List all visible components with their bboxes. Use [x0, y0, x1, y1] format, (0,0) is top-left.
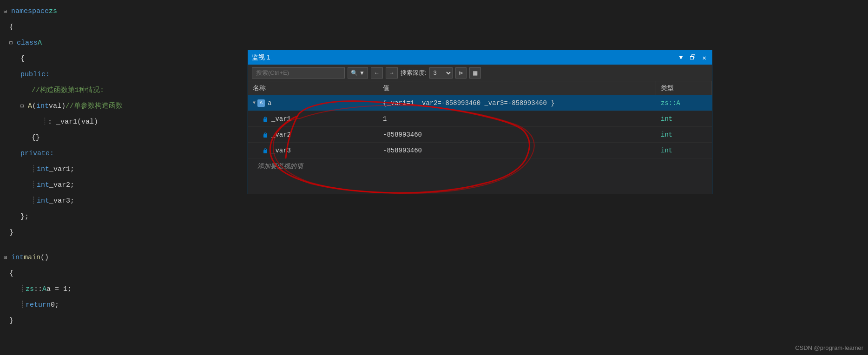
code-line-14: }; [0, 209, 246, 225]
cell-type-var3: int [656, 143, 712, 158]
close-button[interactable]: ✕ [701, 54, 708, 62]
code-line-2: { [0, 20, 246, 35]
table-header: 名称 值 类型 [248, 81, 712, 95]
code-line-5: public: [0, 67, 246, 83]
cell-name-var1: _var1 [248, 111, 378, 126]
code-line-17: ⊟ int main () [0, 250, 246, 266]
svg-rect-1 [264, 117, 267, 119]
depth-label: 搜索深度: [401, 69, 427, 77]
code-line-21: } [0, 313, 246, 329]
table-row-var2[interactable]: _var2 -858993460 int [248, 127, 712, 143]
var-name-var1: _var1 [271, 115, 291, 123]
watch-title-controls: ▼ 🗗 ✕ [677, 54, 708, 62]
code-line-8: ┊ : _var1(val) [0, 114, 246, 130]
code-line-3: ⊟ class A [0, 35, 246, 51]
filter-icon: ⊳ [459, 70, 463, 76]
watermark: CSDN @program-learner [795, 344, 863, 351]
lock-icon-var3 [262, 147, 269, 154]
table-row-var3[interactable]: _var3 -858993460 int [248, 143, 712, 158]
code-line-20: ┊ return 0; [0, 297, 246, 313]
cell-type-a: zs::A [656, 95, 712, 111]
cell-name-var3: _var3 [248, 143, 378, 158]
code-line-19: ┊ zs :: A a = 1; [0, 282, 246, 297]
code-line-6: //构造函数第1种情况: [0, 83, 246, 99]
cell-type-var1: int [656, 111, 712, 126]
forward-icon: → [389, 70, 395, 76]
svg-rect-5 [264, 149, 267, 151]
object-icon: A [257, 99, 265, 107]
cell-value-a: {_var1=1 _var2=-858993460 _var3=-8589934… [378, 95, 656, 111]
code-line-15: } [0, 225, 246, 241]
table-row-add[interactable]: 添加要监视的项 [248, 158, 712, 174]
nav-forward-button[interactable]: → [386, 67, 398, 79]
cell-name-a: ▼ A a [248, 95, 378, 111]
code-line-7: ⊟ A ( int val) //单参数构造函数 [0, 99, 246, 114]
filter-button[interactable]: ⊳ [455, 67, 467, 79]
minimize-button[interactable]: ▼ [677, 54, 684, 61]
nav-back-button[interactable]: ← [371, 67, 383, 79]
lock-icon-var2 [262, 131, 269, 138]
collapse-icon-17[interactable]: ⊟ [4, 250, 10, 266]
lock-icon-var1 [262, 116, 269, 122]
watch-table: 名称 值 类型 ▼ A a {_var1=1 _var2=-858993460 … [248, 81, 712, 194]
var-name-var3: _var3 [271, 147, 291, 154]
search-icon: 🔍 [351, 70, 358, 76]
depth-select[interactable]: 3 1 2 4 5 [429, 67, 453, 79]
watch-toolbar: 🔍 ▼ ← → 搜索深度: 3 1 2 4 5 ⊳ ▦ [248, 65, 712, 81]
cell-value-var3: -858993460 [378, 143, 656, 158]
code-line-16 [0, 241, 246, 250]
collapse-icon-3[interactable]: ⊟ [9, 35, 16, 51]
svg-rect-3 [264, 133, 267, 135]
watch-panel: 监视 1 ▼ 🗗 ✕ 🔍 ▼ ← → 搜索深度: 3 1 2 4 5 ⊳ [248, 50, 712, 194]
kw-namespace: namespace [11, 4, 49, 20]
table-row-a[interactable]: ▼ A a {_var1=1 _var2=-858993460 _var3=-8… [248, 95, 712, 111]
collapse-icon-7[interactable]: ⊟ [20, 99, 27, 114]
watch-titlebar: 监视 1 ▼ 🗗 ✕ [248, 51, 712, 65]
table-row-var1[interactable]: _var1 1 int [248, 111, 712, 127]
col-header-type: 类型 [656, 81, 712, 95]
var-name-var2: _var2 [271, 131, 291, 138]
cell-value-var1: 1 [378, 111, 656, 126]
grid-button[interactable]: ▦ [469, 67, 481, 79]
collapse-icon-1[interactable]: ⊟ [4, 4, 10, 20]
search-input[interactable] [252, 67, 345, 79]
code-line-1: ⊟ namespace zs [0, 4, 246, 20]
col-header-name: 名称 [248, 81, 378, 95]
code-line-4: { [0, 51, 246, 67]
add-watch-text: 添加要监视的项 [253, 162, 303, 171]
code-editor: ⊟ namespace zs { ⊟ class A { public: //构… [0, 0, 246, 355]
code-line-13: ┊ int _var3; [0, 193, 246, 209]
watch-title: 监视 1 [252, 53, 270, 62]
kw-zs: zs [49, 4, 57, 20]
cell-type-var2: int [656, 127, 712, 142]
code-line-9: {} [0, 130, 246, 146]
table-body: ▼ A a {_var1=1 _var2=-858993460 _var3=-8… [248, 95, 712, 194]
col-header-value: 值 [378, 81, 656, 95]
var-name-a: a [268, 99, 271, 107]
grid-icon: ▦ [473, 70, 478, 76]
expand-icon[interactable]: ▼ [253, 100, 256, 105]
cell-name-var2: _var2 [248, 127, 378, 142]
code-line-10: private: [0, 146, 246, 162]
code-line-11: ┊ int _var1; [0, 162, 246, 178]
restore-button[interactable]: 🗗 [688, 54, 698, 61]
dropdown-arrow: ▼ [359, 70, 365, 76]
code-line-12: ┊ int _var2; [0, 178, 246, 193]
cell-value-var2: -858993460 [378, 127, 656, 142]
back-icon: ← [374, 70, 380, 76]
search-button[interactable]: 🔍 ▼ [348, 67, 368, 79]
add-watch-cell: 添加要监视的项 [248, 158, 308, 174]
code-line-18: { [0, 266, 246, 282]
